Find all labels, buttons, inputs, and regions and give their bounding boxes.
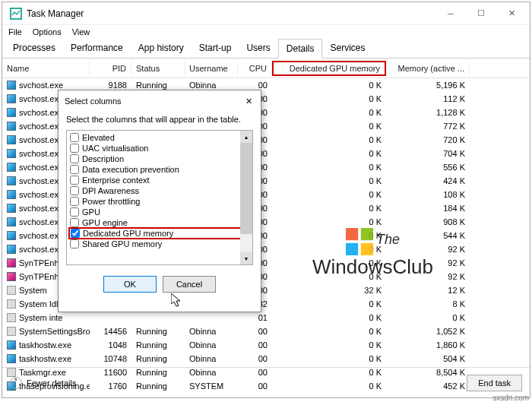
process-icon: [7, 135, 16, 144]
table-row[interactable]: SystemSettingsBroke...14456RunningObinna…: [2, 324, 530, 338]
checkbox[interactable]: [71, 229, 80, 238]
col-dedicated-gpu-memory[interactable]: Dedicated GPU memory: [272, 61, 386, 76]
cell-mem: 8 K: [386, 299, 470, 309]
column-option-uac-virtualisation[interactable]: UAC virtualisation: [68, 143, 251, 154]
process-name: svchost.exe: [19, 176, 63, 185]
table-row[interactable]: taskhostw.exe1048RunningObinna000 K1,860…: [2, 338, 530, 352]
col-cpu[interactable]: CPU: [238, 61, 272, 76]
process-name: SystemSettingsBroke...: [19, 327, 90, 336]
cell-mem: 908 K: [386, 217, 470, 227]
cell-mem: 0 K: [386, 312, 470, 323]
process-name: System Idle: [19, 299, 62, 309]
column-option-power-throttling[interactable]: Power throttling: [68, 196, 251, 207]
process-name: svchost.exe: [19, 217, 63, 226]
cell-gpu: 0 K: [272, 135, 386, 145]
menu-options[interactable]: Options: [33, 27, 62, 36]
process-name: svchost.exe: [19, 108, 63, 117]
tab-details[interactable]: Details: [278, 39, 323, 59]
end-task-button[interactable]: End task: [467, 375, 522, 391]
checkbox[interactable]: [70, 207, 79, 217]
checkbox[interactable]: [70, 176, 79, 185]
tab-users[interactable]: Users: [239, 39, 277, 58]
tab-performance[interactable]: Performance: [63, 39, 131, 58]
cell-pid: [90, 317, 131, 318]
table-row[interactable]: System inte010 K0 K: [2, 311, 530, 324]
col-status[interactable]: Status: [131, 61, 185, 76]
column-option-shared-gpu-memory[interactable]: Shared GPU memory: [68, 239, 251, 249]
tab-start-up[interactable]: Start-up: [192, 39, 239, 58]
option-label: Shared GPU memory: [82, 239, 162, 248]
checkbox[interactable]: [70, 239, 79, 248]
cell-mem: 704 K: [386, 148, 470, 159]
cell-mem: 112 K: [386, 93, 470, 104]
cell-gpu: 0 K: [272, 353, 386, 364]
maximize-button[interactable]: ☐: [466, 3, 496, 24]
scroll-down-icon[interactable]: ▾: [240, 252, 252, 264]
column-option-elevated[interactable]: Elevated: [68, 132, 251, 143]
scroll-up-icon[interactable]: ▴: [240, 131, 252, 143]
col-memory[interactable]: Memory (active ...: [386, 61, 470, 76]
scrollbar[interactable]: ▴ ▾: [240, 131, 252, 264]
cell-user: Obinna: [185, 326, 238, 337]
windows-logo-icon: [346, 228, 373, 255]
option-label: DPI Awareness: [82, 186, 139, 195]
tab-services[interactable]: Services: [322, 39, 372, 58]
checkbox[interactable]: [70, 144, 79, 153]
cancel-button[interactable]: Cancel: [163, 276, 216, 293]
process-icon: [7, 108, 16, 117]
process-icon: [7, 340, 16, 350]
checkbox[interactable]: [70, 197, 79, 206]
cell-mem: 5,196 K: [386, 80, 470, 90]
tabs: ProcessesPerformanceApp historyStart-upU…: [2, 39, 530, 59]
checkbox[interactable]: [70, 133, 79, 142]
select-columns-dialog: Select columns ✕ Select the columns that…: [58, 90, 261, 312]
process-icon: [7, 190, 16, 199]
cell-mem: 184 K: [386, 203, 470, 214]
column-option-data-execution-prevention[interactable]: Data execution prevention: [68, 164, 251, 175]
table-header: Name PID Status Username CPU Dedicated G…: [2, 59, 530, 78]
tab-processes[interactable]: Processes: [5, 39, 63, 58]
menu-view[interactable]: View: [72, 27, 90, 36]
dialog-description: Select the columns that will appear in t…: [66, 115, 253, 124]
process-icon: [7, 81, 16, 90]
col-pid[interactable]: PID: [90, 61, 131, 76]
svg-rect-5: [346, 243, 358, 255]
column-option-description[interactable]: Description: [68, 154, 251, 164]
column-option-dedicated-gpu-memory[interactable]: Dedicated GPU memory: [68, 227, 251, 239]
option-label: Dedicated GPU memory: [83, 229, 173, 238]
dialog-close-button[interactable]: ✕: [242, 95, 255, 107]
column-option-gpu[interactable]: GPU: [68, 207, 251, 217]
minimize-button[interactable]: ─: [435, 3, 466, 24]
scroll-thumb[interactable]: [240, 143, 252, 234]
column-option-enterprise-context[interactable]: Enterprise context: [68, 175, 251, 185]
cell-mem: 1,860 K: [386, 340, 470, 350]
process-name: System inte: [19, 313, 62, 322]
cell-gpu: 0 K: [272, 80, 386, 90]
checkbox[interactable]: [70, 165, 79, 174]
close-button[interactable]: ✕: [496, 3, 527, 24]
tab-app-history[interactable]: App history: [131, 39, 192, 58]
checkbox[interactable]: [70, 186, 79, 195]
col-username[interactable]: Username: [185, 61, 238, 76]
svg-rect-6: [361, 243, 373, 255]
cell-pid: 14456: [90, 326, 131, 337]
fewer-details-label: Fewer details: [27, 378, 76, 388]
menu-file[interactable]: File: [8, 27, 22, 36]
column-option-dpi-awareness[interactable]: DPI Awareness: [68, 185, 251, 196]
checkbox[interactable]: [70, 154, 79, 163]
option-label: Enterprise context: [82, 176, 150, 185]
fewer-details-button[interactable]: ˄ Fewer details: [10, 377, 76, 389]
process-icon: [7, 163, 16, 172]
column-list: ElevatedUAC virtualisationDescriptionDat…: [66, 130, 253, 265]
cell-gpu: 0 K: [272, 148, 386, 159]
checkbox[interactable]: [70, 218, 79, 227]
ok-button[interactable]: OK: [103, 276, 157, 293]
chevron-up-icon: ˄: [10, 377, 22, 389]
table-row[interactable]: taskhostw.exe10748RunningObinna000 K504 …: [2, 352, 530, 366]
col-name[interactable]: Name: [2, 61, 90, 76]
column-option-gpu-engine[interactable]: GPU engine: [68, 217, 251, 228]
cell-status: Running: [131, 353, 185, 364]
cell-user: Obinna: [185, 340, 238, 350]
process-name: svchost.exe: [19, 163, 63, 172]
cell-gpu: 0 K: [272, 121, 386, 131]
